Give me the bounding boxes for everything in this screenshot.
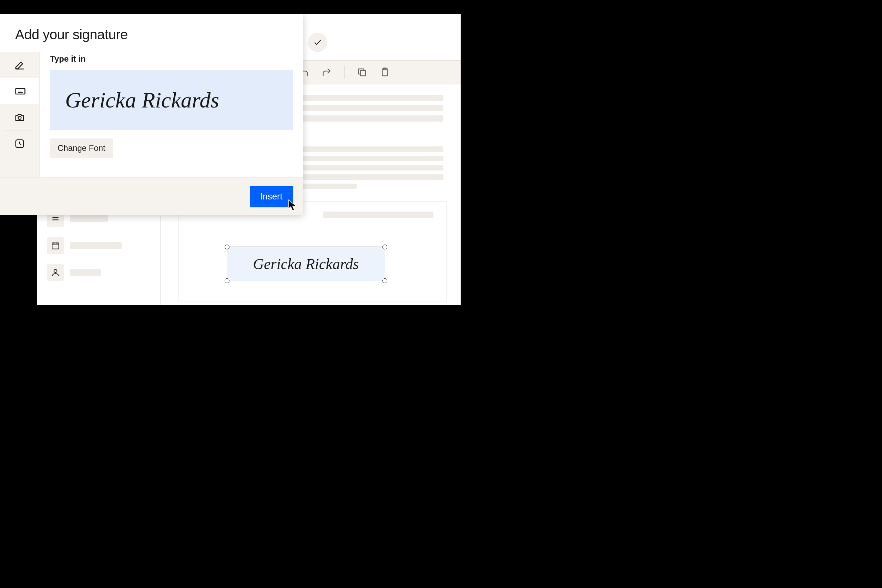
paste-button[interactable]: [380, 67, 390, 78]
method-draw[interactable]: [0, 52, 39, 78]
type-section-label: Type it in: [50, 52, 293, 70]
tool-row-date[interactable]: [47, 232, 160, 259]
add-signature-modal: Add your signature Type it in Gericka Ri…: [0, 14, 303, 215]
resize-handle-tr[interactable]: [382, 244, 387, 249]
text-placeholder: [323, 212, 434, 218]
date-icon: [51, 241, 60, 250]
toolbar-divider: [344, 66, 345, 79]
insert-button-label: Insert: [260, 191, 282, 201]
modal-footer: Insert: [0, 177, 303, 215]
signature-field-region: Gericka Rickards: [178, 201, 447, 302]
copy-button[interactable]: [357, 67, 367, 78]
insert-button[interactable]: Insert: [250, 186, 293, 207]
svg-rect-11: [16, 88, 25, 94]
signature-input-value: Gericka Rickards: [65, 87, 219, 113]
svg-rect-0: [360, 70, 366, 76]
confirm-button[interactable]: [308, 33, 327, 52]
tool-row-person[interactable]: [47, 259, 160, 286]
modal-title: Add your signature: [0, 14, 303, 52]
method-photo[interactable]: [0, 104, 39, 130]
annotation-tools-panel: [37, 216, 160, 302]
text-icon: [51, 214, 60, 223]
svg-rect-5: [52, 243, 59, 249]
resize-handle-br[interactable]: [382, 278, 387, 283]
change-font-label: Change Font: [57, 143, 105, 153]
copy-icon: [357, 67, 367, 78]
placed-signature[interactable]: Gericka Rickards: [227, 247, 385, 281]
panel-divider: [160, 216, 160, 305]
clock-icon: [15, 138, 25, 149]
pencil-icon: [15, 60, 25, 70]
method-type[interactable]: [0, 78, 39, 104]
text-placeholder-block: [299, 146, 443, 193]
change-font-button[interactable]: Change Font: [50, 138, 113, 158]
signature-text-input[interactable]: Gericka Rickards: [50, 70, 293, 130]
text-placeholder-block: [299, 95, 443, 126]
resize-handle-bl[interactable]: [225, 278, 230, 283]
method-recent[interactable]: [0, 130, 39, 156]
redo-icon: [321, 67, 332, 78]
redo-button[interactable]: [321, 67, 332, 78]
placed-signature-text: Gericka Rickards: [253, 255, 358, 273]
paste-icon: [380, 67, 390, 78]
resize-handle-tl[interactable]: [225, 244, 230, 249]
keyboard-icon: [15, 86, 26, 97]
person-icon: [51, 268, 60, 277]
svg-point-9: [54, 269, 57, 273]
camera-icon: [15, 112, 25, 123]
check-icon: [314, 38, 322, 46]
svg-point-17: [18, 116, 21, 119]
signature-method-rail: [0, 52, 40, 177]
